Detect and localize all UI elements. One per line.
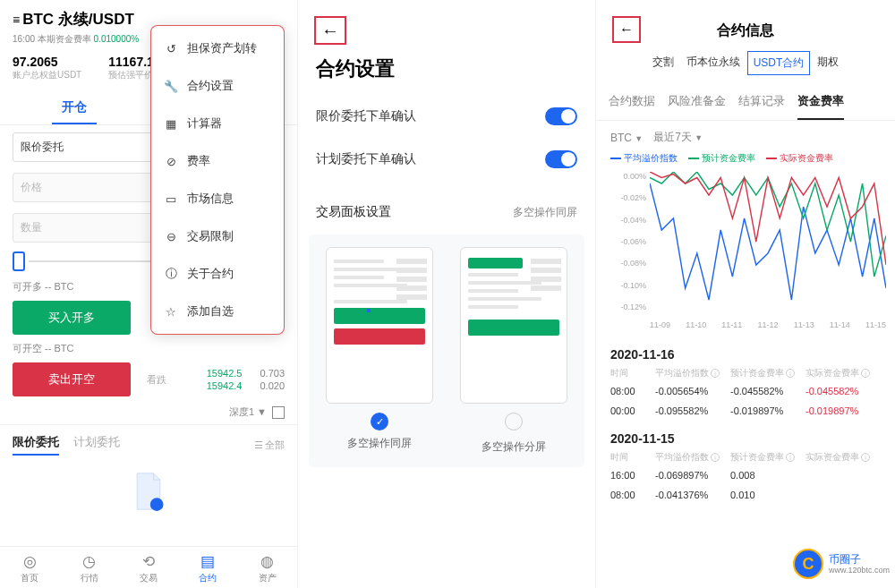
panel-setting-value: 多空操作同屏: [513, 205, 577, 220]
tab-risk-fund[interactable]: 风险准备金: [668, 84, 726, 120]
menu-favorite[interactable]: ☆添加自选: [151, 293, 284, 330]
nav-contract[interactable]: ▤合约: [178, 552, 237, 584]
more-menu: ↺担保资产划转 🔧合约设置 ▦计算器 ⊘费率 ▭市场信息 ⊖交易限制 ⓘ关于合约…: [150, 25, 285, 335]
empty-state-icon: [0, 472, 297, 515]
table-row: 00:00 -0.095582% -0.019897% -0.019897%: [610, 401, 881, 421]
range-filter[interactable]: 最近7天 ▼: [653, 130, 703, 145]
tab-open[interactable]: 开仓: [0, 90, 149, 124]
orders-all-button[interactable]: ☰ 全部: [254, 434, 285, 456]
info-icon[interactable]: i: [786, 453, 795, 462]
orders-tab-limit[interactable]: 限价委托: [13, 434, 59, 456]
info-icon[interactable]: i: [786, 369, 795, 378]
menu-icon[interactable]: ≡: [13, 13, 17, 27]
layout-split-option[interactable]: 多空操作分屏: [454, 247, 574, 455]
page-title: 合约信息: [596, 0, 895, 51]
liquidation-price: 11167.1 预估强平价: [108, 55, 154, 81]
date-heading: 2020-11-15: [610, 431, 881, 446]
nav-home[interactable]: ◎首页: [0, 552, 59, 584]
menu-about[interactable]: ⓘ关于合约: [151, 255, 284, 293]
back-button[interactable]: ←: [612, 16, 641, 43]
info-icon[interactable]: i: [861, 453, 870, 462]
back-button[interactable]: ←: [314, 16, 346, 45]
arrow-left-icon: ←: [619, 21, 634, 38]
table-row: 16:00 -0.069897% 0.008: [610, 465, 881, 485]
confirm-plan-toggle[interactable]: [545, 150, 577, 168]
short-available: 可开空 -- BTC: [0, 338, 297, 359]
nav-market[interactable]: ◷行情: [59, 552, 118, 584]
chart-legend: 平均溢价指数 预计资金费率 实际资金费率: [596, 150, 895, 168]
menu-limits[interactable]: ⊖交易限制: [151, 217, 284, 255]
funding-rate-chart: 0.00%-0.02%-0.04%-0.06%-0.08%-0.10%-0.12…: [610, 172, 886, 333]
buy-long-button[interactable]: 买入开多: [13, 301, 131, 335]
watermark-logo-icon: C: [793, 549, 823, 579]
menu-transfer[interactable]: ↺担保资产划转: [151, 30, 284, 67]
radio-checked-icon: ✓: [371, 413, 388, 430]
tab-contract-data[interactable]: 合约数据: [609, 84, 655, 120]
panel-setting-label: 交易面板设置: [316, 204, 391, 220]
menu-settings[interactable]: 🔧合约设置: [151, 67, 284, 105]
depth-select[interactable]: 深度1 ▼: [229, 405, 267, 419]
menu-fee[interactable]: ⊘费率: [151, 142, 284, 180]
svg-point-0: [150, 498, 164, 511]
seg-usdt[interactable]: USDT合约: [747, 51, 811, 75]
nav-trade[interactable]: ⟲交易: [119, 552, 178, 584]
orders-tab-plan[interactable]: 计划委托: [73, 434, 120, 456]
nav-asset[interactable]: ◍资产: [238, 552, 297, 584]
menu-calculator[interactable]: ▦计算器: [151, 105, 284, 142]
watermark: C 币圈子 www.120btc.com: [793, 549, 890, 579]
radio-unchecked-icon: [505, 413, 523, 430]
confirm-plan-row: 计划委托下单确认: [298, 138, 595, 181]
orderbook-icon[interactable]: [272, 406, 285, 419]
date-heading: 2020-11-16: [610, 347, 881, 362]
layout-same-option[interactable]: ✓ 多空操作同屏: [320, 247, 439, 455]
table-row: 08:00 -0.041376% 0.010: [610, 485, 881, 505]
bearish-label: 看跌: [147, 373, 166, 387]
info-icon[interactable]: i: [711, 453, 720, 462]
table-row: 08:00 -0.005654% -0.045582% -0.045582%: [610, 381, 881, 401]
orderbook-asks: 15942.50.703 15942.40.020: [207, 367, 285, 392]
info-icon[interactable]: i: [861, 369, 870, 378]
tab-settle[interactable]: 结算记录: [738, 84, 785, 120]
confirm-limit-row: 限价委托下单确认: [298, 95, 595, 138]
account-equity: 97.2065 账户总权益USDT: [13, 55, 81, 81]
confirm-limit-toggle[interactable]: [545, 107, 577, 125]
arrow-left-icon: ←: [321, 21, 339, 39]
sell-short-button[interactable]: 卖出开空: [13, 362, 131, 396]
coin-filter[interactable]: BTC ▼: [610, 132, 643, 144]
menu-market-info[interactable]: ▭市场信息: [151, 180, 284, 217]
info-icon[interactable]: i: [711, 369, 720, 378]
seg-option[interactable]: 期权: [812, 51, 844, 75]
seg-coin[interactable]: 币本位永续: [681, 51, 746, 75]
page-title: 合约设置: [298, 0, 595, 95]
tab-funding-rate[interactable]: 资金费率: [797, 84, 844, 120]
seg-delivery[interactable]: 交割: [647, 51, 679, 75]
